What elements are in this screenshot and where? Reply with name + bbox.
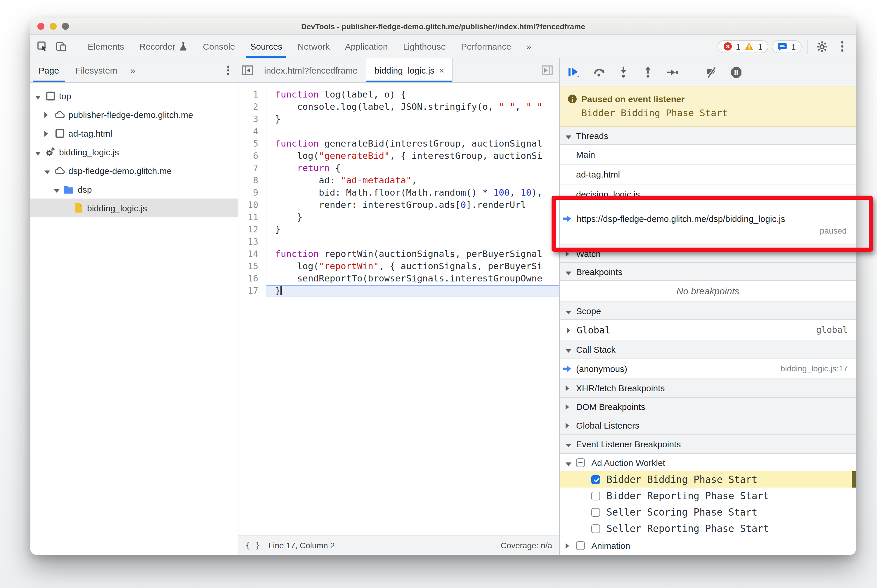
tree-item-bidding-logic-js[interactable]: bidding_logic.js (30, 142, 238, 161)
line-number[interactable]: 11 (238, 212, 266, 224)
tree-item-ad-tag-html[interactable]: ad-tag.html (30, 124, 238, 142)
hide-navigator-icon[interactable] (238, 58, 256, 82)
line-number[interactable]: 16 (238, 273, 266, 285)
event-checkbox[interactable] (591, 508, 600, 516)
inspect-element-icon[interactable] (34, 38, 50, 55)
code-editor[interactable]: 1function log(label, o) {2 console.log(l… (238, 83, 559, 535)
editor-tab-index-html-fencedframe[interactable]: index.html?fencedframe (256, 58, 366, 82)
expander-icon[interactable] (44, 165, 51, 176)
code-text[interactable]: return { (266, 162, 559, 175)
deactivate-breakpoints-icon[interactable] (704, 64, 719, 80)
tab-console[interactable]: Console (195, 35, 242, 58)
line-number[interactable]: 15 (238, 260, 266, 273)
code-text[interactable]: } (266, 212, 559, 224)
kebab-menu-icon[interactable] (834, 38, 850, 55)
expander-icon[interactable] (44, 110, 51, 119)
tab-filesystem[interactable]: Filesystem (67, 58, 125, 82)
line-number[interactable]: 13 (238, 236, 266, 248)
line-number[interactable]: 7 (238, 162, 266, 175)
call-stack-frame[interactable]: (anonymous) bidding_logic.js:17 (560, 358, 856, 379)
section-scope[interactable]: Scope (560, 302, 856, 320)
line-number[interactable]: 1 (238, 89, 266, 101)
expander-icon[interactable] (35, 147, 42, 157)
line-number[interactable]: 2 (238, 101, 266, 113)
code-text[interactable] (266, 126, 559, 138)
editor-tab-bidding-logic-js[interactable]: bidding_logic.js× (366, 58, 453, 82)
step-icon[interactable] (665, 64, 680, 80)
more-tabs-icon[interactable]: » (519, 35, 539, 58)
section-call-stack[interactable]: Call Stack (560, 340, 856, 358)
step-into-icon[interactable] (616, 64, 631, 80)
tab-sources[interactable]: Sources (243, 35, 290, 58)
thread-row-active[interactable]: https://dsp-fledge-demo.glitch.me/dsp/bi… (560, 204, 856, 244)
event-seller-reporting-phase-start[interactable]: Seller Reporting Phase Start (560, 520, 856, 537)
expander-icon[interactable] (44, 128, 51, 138)
code-text[interactable]: function reportWin(auctionSignals, perBu… (266, 248, 559, 260)
category-canvas[interactable]: Canvas (560, 554, 856, 555)
navigator-kebab-icon[interactable] (227, 65, 230, 75)
code-text[interactable]: bid: Math.floor(Math.random() * 100, 10)… (266, 187, 559, 199)
event-checkbox[interactable] (591, 475, 600, 484)
category-ad-auction-worklet[interactable]: Ad Auction Worklet (560, 454, 856, 471)
section-dom-breakpoints[interactable]: DOM Breakpoints (560, 398, 856, 416)
ad-auction-worklet-checkbox[interactable] (576, 458, 585, 467)
event-seller-scoring-phase-start[interactable]: Seller Scoring Phase Start (560, 504, 856, 520)
section-breakpoints[interactable]: Breakpoints (560, 263, 856, 281)
event-bidder-bidding-phase-start[interactable]: Bidder Bidding Phase Start (560, 471, 856, 488)
section-global-listeners[interactable]: Global Listeners (560, 416, 856, 435)
pause-on-exceptions-icon[interactable] (729, 64, 744, 80)
tab-lighthouse[interactable]: Lighthouse (395, 35, 453, 58)
section-event-listener-breakpoints[interactable]: Event Listener Breakpoints (560, 435, 856, 454)
line-number[interactable]: 17 (238, 285, 266, 297)
code-text[interactable]: sendReportTo(browserSignals.interestGrou… (266, 273, 559, 285)
expander-icon[interactable] (35, 91, 42, 101)
code-text[interactable] (266, 236, 559, 248)
tab-elements[interactable]: Elements (80, 35, 132, 58)
scope-global-row[interactable]: Global global (560, 320, 856, 340)
code-text[interactable]: console.log(label, JSON.stringify(o, " "… (266, 101, 559, 113)
code-text[interactable]: log("generateBid", { interestGroup, auct… (266, 150, 559, 162)
code-text[interactable]: log("reportWin", { auctionSignals, perBu… (266, 260, 559, 273)
tab-performance[interactable]: Performance (453, 35, 519, 58)
tree-item-top[interactable]: top (30, 86, 238, 105)
code-text[interactable]: } (266, 113, 559, 126)
issues-badge[interactable]: 1 1 (717, 40, 768, 53)
code-text[interactable]: function generateBid(interestGroup, auct… (266, 138, 559, 150)
line-number[interactable]: 9 (238, 187, 266, 199)
line-number[interactable]: 10 (238, 199, 266, 212)
code-text[interactable]: render: interestGroup.ads[0].renderUrl (266, 199, 559, 212)
animation-checkbox[interactable] (576, 541, 585, 550)
line-number[interactable]: 3 (238, 113, 266, 126)
category-animation[interactable]: Animation (560, 537, 856, 554)
resume-script-icon[interactable] (567, 64, 582, 80)
line-number[interactable]: 6 (238, 150, 266, 162)
tab-network[interactable]: Network (290, 35, 337, 58)
section-watch[interactable]: Watch (560, 244, 856, 263)
line-number[interactable]: 4 (238, 126, 266, 138)
tree-item-dsp[interactable]: dsp (30, 180, 238, 198)
tab-page[interactable]: Page (30, 58, 67, 82)
more-navigator-tabs-icon[interactable]: » (125, 65, 140, 76)
settings-gear-icon[interactable] (814, 38, 830, 55)
line-number[interactable]: 5 (238, 138, 266, 150)
messages-badge[interactable]: 1 (772, 40, 802, 53)
line-number[interactable]: 14 (238, 248, 266, 260)
expander-icon[interactable] (54, 184, 61, 194)
pretty-print-icon[interactable]: { } (245, 540, 260, 550)
event-checkbox[interactable] (591, 524, 600, 533)
tree-item-bidding-logic-js[interactable]: bidding_logic.js (30, 198, 238, 217)
code-text[interactable]: ad: "ad-metadata", (266, 175, 559, 187)
step-out-icon[interactable] (640, 64, 656, 80)
device-toolbar-icon[interactable] (53, 38, 69, 55)
event-bidder-reporting-phase-start[interactable]: Bidder Reporting Phase Start (560, 488, 856, 504)
thread-row[interactable]: ad-tag.html (560, 165, 856, 184)
tree-item-dsp-fledge-demo-glitch-me[interactable]: dsp-fledge-demo.glitch.me (30, 161, 238, 180)
thread-row[interactable]: Main (560, 145, 856, 165)
tab-application[interactable]: Application (337, 35, 396, 58)
close-tab-icon[interactable]: × (439, 65, 444, 75)
show-debugger-sidebar-icon[interactable] (538, 58, 556, 82)
line-number[interactable]: 12 (238, 224, 266, 236)
code-text[interactable]: function log(label, o) { (266, 89, 559, 101)
thread-row[interactable]: decision_logic.js (560, 184, 856, 204)
step-over-icon[interactable] (591, 64, 606, 80)
